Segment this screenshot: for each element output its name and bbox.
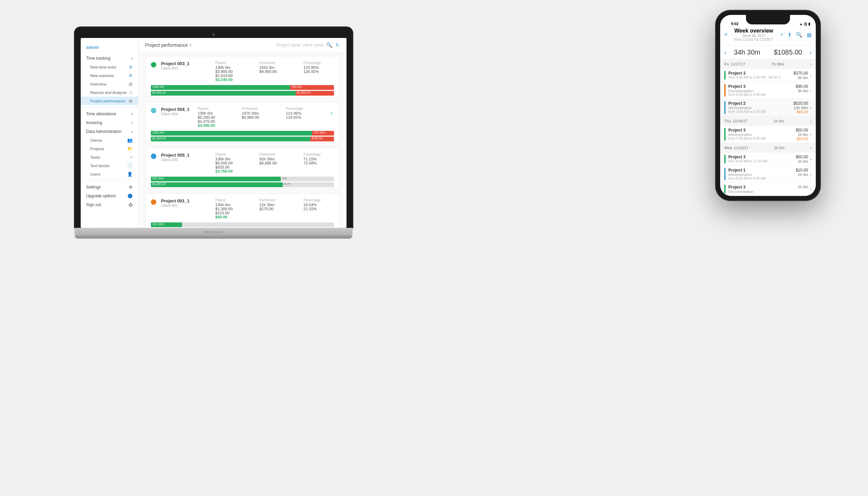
share-icon[interactable]: ⬆ (787, 32, 792, 38)
entry-money: $50.00 (796, 128, 808, 133)
sidebar-item-new-expense[interactable]: New expense ⊕ (81, 71, 138, 80)
phone-day-header: Fri, 11/17/17 7h 30m › (720, 59, 816, 69)
settings-icon: ⚙ (129, 185, 133, 189)
phone-notch (746, 15, 790, 25)
main-content: Project performance ℹ Project name, clie… (138, 38, 346, 228)
hamburger-icon[interactable]: ≡ (724, 32, 727, 37)
entry-extra-money: $60.00 (793, 110, 808, 114)
laptop: admin Time tracking ▾ New time entry ⊕ N… (75, 27, 353, 239)
list-item[interactable]: Project 2 Administration from 3:00 AM to… (720, 99, 816, 116)
sidebar-item-users[interactable]: Users 👤 (81, 170, 138, 178)
sidebar-item-label: Sign out (86, 202, 101, 207)
sidebar-item-reports[interactable]: Reports and Analysis ◷ (81, 88, 138, 97)
sidebar-item-data-admin[interactable]: Data Administration ▾ (81, 127, 138, 136)
prev-arrow[interactable]: ‹ (724, 48, 727, 56)
entry-arrow[interactable]: › (810, 73, 812, 78)
entry-project: Project 2 (728, 101, 793, 106)
entry-arrow[interactable]: › (810, 105, 812, 110)
entry-time: from 3:00 AM to 6:00 AM (728, 110, 793, 113)
sidebar-item-text-blocks[interactable]: Text blocks 📄 (81, 161, 138, 170)
upgrade-icon: 🔵 (127, 193, 133, 198)
entry-money: $10.00 (796, 168, 808, 173)
phone-nav-row: ‹ 34h 30m $1085.00 › (720, 46, 816, 59)
entry-arrow[interactable]: › (810, 172, 812, 177)
entry-money: $375.00 (793, 71, 808, 76)
planned-money: $3,900.00 (215, 69, 246, 74)
entry-hours: 3h 0m (793, 76, 808, 80)
search-icon[interactable]: 🔍 (796, 32, 803, 38)
table-row: Project 005_1 Client 005 Planed 130h 0m … (145, 148, 340, 188)
sidebar-item-sign-out[interactable]: Sign out ⏻ (81, 200, 138, 209)
wifi-icon: ▲ (800, 22, 803, 26)
add-icon[interactable]: + (780, 32, 783, 38)
sidebar-item-time-attendance[interactable]: Time attendance ▾ (81, 109, 138, 118)
grid-icon[interactable]: ▦ (807, 32, 812, 38)
entry-task: Administration (728, 173, 796, 177)
sidebar-item-invoicing[interactable]: Invoicing ▾ (81, 118, 138, 127)
info-icon[interactable]: ℹ (190, 43, 191, 47)
entry-time: from 9:00 AM to 11:00 AM (728, 159, 796, 163)
day-arrow[interactable]: › (810, 118, 812, 124)
phone-header-icons: + ⬆ 🔍 ▦ (780, 32, 812, 38)
progress-bars: 130h 0m 31h 0m $3,900.00 (151, 85, 334, 96)
bar-label-2: $3,900.00 (151, 91, 296, 94)
info1: $1,610.00 (215, 74, 246, 78)
refresh-icon[interactable]: ↻ (335, 42, 340, 48)
phone-time: 9:02 (726, 22, 739, 26)
list-item[interactable]: Project 3 Documentation 1h 0m › (720, 183, 816, 196)
search-icon[interactable]: 🔍 (326, 42, 332, 48)
entry-arrow[interactable]: › (810, 88, 812, 93)
next-arrow[interactable]: › (809, 48, 812, 56)
sidebar-item-new-time-entry[interactable]: New time entry ⊕ (81, 63, 138, 71)
day-date: Fri, 11/17/17 (724, 62, 745, 66)
entry-task: Administration (728, 133, 796, 137)
entry-project: Project 3 (728, 128, 796, 133)
week-label: Week 46, 2017 (734, 34, 773, 37)
sidebar-item-upgrade[interactable]: Upgrade options 🔵 (81, 191, 138, 200)
sidebar-item-label: Clients (90, 138, 102, 142)
search-area: Project name, client name 🔍 ↻ (276, 42, 340, 48)
tasks-icon: ≡ (130, 155, 133, 160)
sidebar-item-project-performance[interactable]: Project performance ▣ (81, 97, 138, 105)
project-client: Client 001 (161, 203, 211, 207)
entry-project: Project 3 (728, 185, 798, 189)
sidebar-item-projects[interactable]: Projects 📁 (81, 144, 138, 153)
project-color-dot (151, 154, 156, 159)
bar-gray-2: $175 (283, 182, 334, 187)
phone-day-header: Wed, 11/15/17 2h 0m › (720, 143, 816, 153)
entry-arrow[interactable]: › (810, 156, 812, 162)
entry-hours: 1h 0m (796, 173, 808, 177)
phone-screen: 9:02 ▲ ||| ▮ ≡ Week overview Week 46, 20… (720, 15, 816, 196)
sidebar-item-time-tracking[interactable]: Time tracking ▾ (81, 54, 138, 63)
progress-bars: 92h 30m 0% $4,685.00 (151, 177, 334, 187)
project-color-dot (151, 199, 156, 205)
day-arrow[interactable]: › (810, 61, 812, 67)
list-item[interactable]: Project 1 Administration from 8:00 AM to… (720, 166, 816, 183)
day-arrow[interactable]: › (810, 145, 812, 151)
entry-arrow[interactable]: › (810, 131, 812, 137)
entry-arrow[interactable]: › (810, 186, 812, 192)
planned-time: 130h 0m (215, 65, 246, 69)
laptop-foot (75, 235, 353, 239)
entry-money: $525.00 (793, 101, 808, 106)
sidebar-item-tasks[interactable]: Tasks ≡ (81, 153, 138, 161)
entry-hours: 1h 0m (796, 133, 808, 137)
day-date: Thu, 11/16/17 (724, 119, 747, 123)
list-item[interactable]: Project 3 Documentation from 6:00 AM to … (720, 82, 816, 99)
sidebar-item-settings[interactable]: Settings ⚙ (81, 183, 138, 191)
laptop-base (75, 228, 353, 235)
sidebar-item-overview[interactable]: Overview ▦ (81, 80, 138, 88)
list-item[interactable]: Project 3 Administration from 7:00 AM to… (720, 126, 816, 143)
laptop-screen: admin Time tracking ▾ New time entry ⊕ N… (81, 38, 346, 228)
entry-stripe (724, 84, 726, 97)
list-item[interactable]: Project 3 from 9:00 AM to 5:00 PM 00:30 … (720, 69, 816, 82)
clients-icon: 👥 (127, 138, 133, 143)
list-item[interactable]: Project 3 from 9:00 AM to 11:00 AM $60.0… (720, 153, 816, 166)
sidebar-item-clients[interactable]: Clients 👥 (81, 136, 138, 144)
bar-red: 17h 30m (312, 131, 334, 136)
sidebar-item-label: Text blocks (90, 164, 109, 168)
project-name: Project 003_1 (161, 61, 211, 66)
project-name: Project 005_1 (161, 153, 211, 158)
entry-time: from 9:00 AM to 5:00 PM 00:30 ⏱ (728, 76, 793, 79)
progress-bars: 21h 30m (151, 222, 334, 227)
